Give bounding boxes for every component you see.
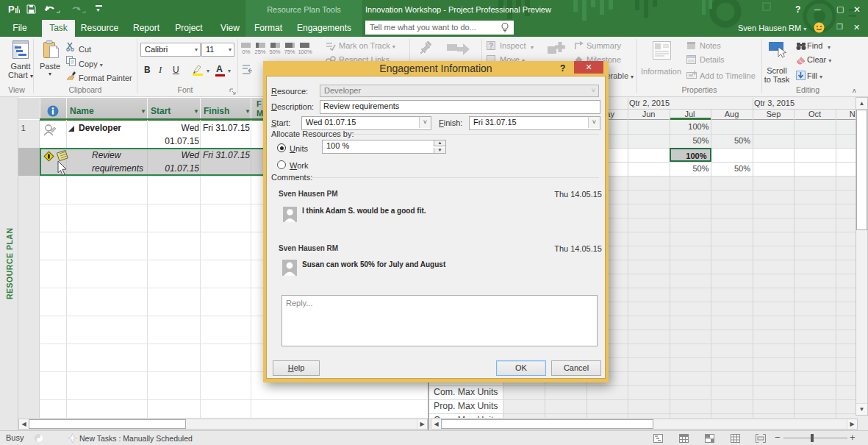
svg-text:?: ? (489, 42, 493, 50)
